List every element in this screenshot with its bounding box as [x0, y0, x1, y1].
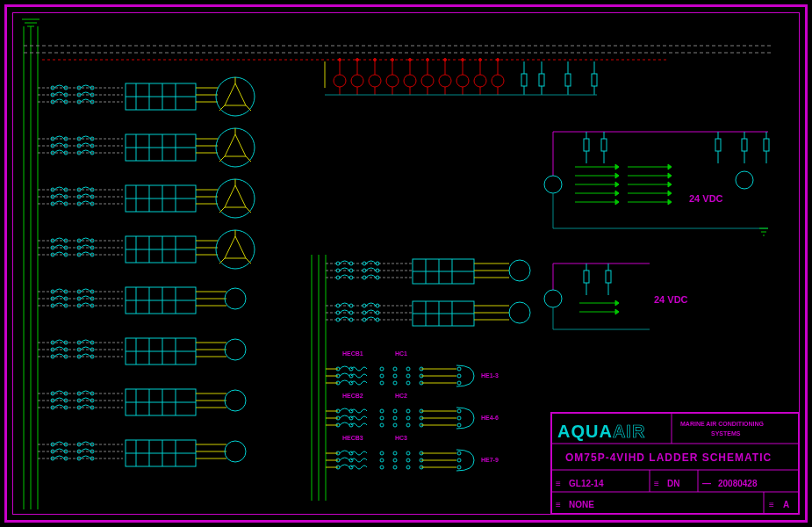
svg-rect-53 — [521, 74, 527, 86]
svg-point-16 — [351, 75, 363, 87]
tagline-1: MARINE AIR CONDITIONING — [680, 421, 765, 427]
svg-point-385 — [380, 466, 384, 469]
sheet-prefix: ≡ — [556, 500, 561, 509]
svg-point-43 — [339, 59, 341, 61]
heater-cb-3: HECB3 — [342, 435, 363, 441]
svg-point-368 — [457, 409, 461, 413]
svg-point-240 — [225, 390, 246, 411]
date-value: 20080428 — [718, 479, 758, 488]
svg-point-34 — [456, 75, 469, 87]
svg-rect-59 — [565, 74, 571, 86]
svg-point-369 — [457, 416, 461, 420]
svg-point-382 — [393, 458, 397, 462]
heater-c-1: HC1 — [395, 350, 407, 357]
svg-point-370 — [457, 423, 461, 427]
heater-e-2: HE4-6 — [481, 415, 499, 421]
svg-point-397 — [457, 466, 461, 469]
heater-cb-2: HECB2 — [342, 393, 363, 399]
drawing-title: OM75P-4VIHD LADDER SCHEMATIC — [565, 451, 772, 464]
scale-value: GL12-14 — [569, 479, 604, 488]
svg-point-215 — [225, 339, 246, 360]
title-block: AQUAAIR MARINE AIR CONDITIONING SYSTEMS … — [551, 413, 799, 514]
svg-point-323 — [380, 367, 384, 371]
svg-point-381 — [380, 458, 384, 462]
svg-point-25 — [404, 75, 416, 87]
svg-rect-440 — [606, 271, 611, 283]
heater-e-1: HE1-3 — [481, 372, 499, 379]
svg-point-19 — [369, 75, 381, 87]
svg-point-356 — [406, 416, 410, 420]
svg-point-190 — [225, 288, 246, 309]
svg-point-355 — [393, 416, 397, 420]
svg-point-265 — [225, 441, 246, 462]
svg-point-51 — [479, 59, 482, 61]
svg-point-52 — [497, 59, 499, 61]
svg-rect-62 — [592, 74, 597, 86]
svg-point-47 — [409, 59, 412, 61]
heater-cb-1: HECB1 — [342, 350, 363, 357]
svg-rect-412 — [742, 139, 747, 151]
svg-point-332 — [393, 381, 397, 385]
svg-point-351 — [393, 409, 397, 413]
rev-value: A — [783, 500, 789, 509]
svg-rect-409 — [715, 139, 721, 151]
svg-point-31 — [439, 75, 451, 87]
svg-point-350 — [380, 409, 384, 413]
svg-point-387 — [406, 466, 410, 469]
svg-point-383 — [406, 458, 410, 462]
svg-point-40 — [492, 75, 504, 87]
heater-c-3: HC3 — [395, 435, 407, 441]
drawnby-prefix: ≡ — [654, 479, 659, 488]
svg-point-360 — [406, 423, 410, 427]
vdc-block-2: 24 VDC — [544, 264, 688, 329]
svg-point-418 — [736, 171, 753, 189]
logo-main: AQUAAIR — [557, 422, 645, 441]
svg-point-396 — [457, 458, 461, 462]
svg-point-354 — [380, 416, 384, 420]
svg-point-13 — [334, 75, 346, 87]
svg-point-352 — [406, 409, 410, 413]
svg-point-48 — [427, 59, 429, 61]
svg-point-386 — [393, 466, 397, 469]
svg-point-359 — [393, 423, 397, 427]
svg-rect-56 — [539, 74, 544, 86]
svg-point-292 — [509, 260, 530, 281]
svg-rect-406 — [601, 139, 607, 151]
svg-point-400 — [544, 176, 562, 193]
svg-point-395 — [457, 451, 461, 455]
svg-point-331 — [380, 381, 384, 385]
tagline-2: SYSTEMS — [711, 430, 741, 437]
svg-point-341 — [457, 367, 461, 371]
svg-point-45 — [374, 59, 377, 61]
vdc-block-1: 24 VDC — [544, 132, 769, 235]
svg-point-49 — [444, 59, 447, 61]
svg-point-333 — [406, 381, 410, 385]
svg-point-50 — [462, 59, 464, 61]
svg-point-329 — [406, 374, 410, 378]
svg-point-434 — [544, 290, 562, 307]
vdc-label-2: 24 VDC — [654, 294, 688, 305]
scale-prefix: ≡ — [556, 479, 561, 488]
svg-point-328 — [393, 374, 397, 378]
svg-rect-437 — [584, 271, 589, 283]
drawnby-value: DN — [667, 479, 679, 488]
heater-e-3: HE7-9 — [481, 457, 499, 463]
svg-rect-403 — [584, 139, 589, 151]
svg-point-343 — [457, 381, 461, 385]
svg-rect-415 — [764, 139, 769, 151]
svg-point-379 — [406, 451, 410, 455]
date-prefix: — — [702, 479, 711, 488]
svg-point-28 — [421, 75, 434, 87]
svg-point-46 — [392, 59, 394, 61]
rev-prefix: ≡ — [769, 500, 774, 509]
heater-c-2: HC2 — [395, 393, 407, 399]
svg-point-342 — [457, 374, 461, 378]
svg-point-22 — [386, 75, 399, 87]
svg-point-327 — [380, 374, 384, 378]
svg-point-358 — [380, 423, 384, 427]
svg-point-378 — [393, 451, 397, 455]
sheet-value: NONE — [569, 500, 594, 509]
svg-point-316 — [509, 302, 530, 323]
svg-point-37 — [474, 75, 486, 87]
svg-point-44 — [356, 59, 359, 61]
